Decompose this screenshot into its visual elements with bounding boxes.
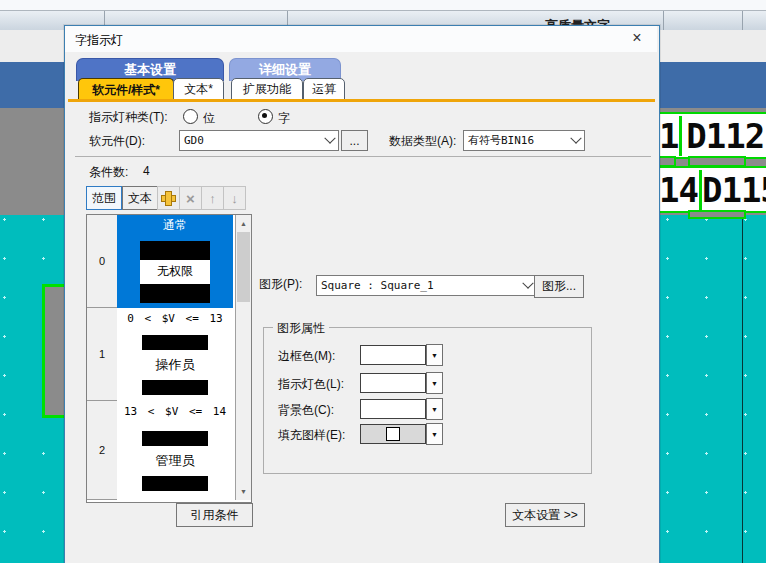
scroll-down-icon[interactable]: ▼ [236,483,251,499]
arrow-down-icon: ↓ [231,191,238,206]
delete-icon: × [186,190,195,207]
radio-word-circle[interactable] [258,109,273,124]
scrollbar-thumb[interactable] [237,232,250,302]
condition-row-1[interactable]: 0 < $V <= 13 操作员 [117,308,233,401]
add-icon [161,191,176,206]
graphic-attributes-title: 图形属性 [273,320,329,337]
lamp-preview-text: 无权限 [140,260,210,284]
condition-header[interactable]: 通常 [117,215,233,235]
lamp-preview-square: 无权限 [140,241,210,303]
background-color-label: 背景色(C): [278,402,334,419]
display2-left-digits: 14 [658,170,702,210]
radio-bit-label: 位 [203,111,215,125]
frame-color-swatch[interactable] [360,345,426,365]
dialog-titlebar[interactable]: 字指示灯 × [65,26,657,52]
text-toggle-button[interactable]: 文本 [122,186,158,210]
shape-combobox[interactable]: Square : Square_1 [316,275,537,296]
background-color-dropdown[interactable]: ▼ [426,398,443,420]
lamp-color-dropdown[interactable]: ▼ [426,372,443,394]
selection-handle [688,210,746,219]
canvas-edge-line [742,215,743,563]
condition-header[interactable]: 13 < $V <= 14 [117,401,233,421]
tab-accent-line [68,99,655,102]
lamp-preview-bar [142,335,208,350]
chevron-down-icon [570,132,581,143]
tab-extended-function[interactable]: 扩展功能 [231,78,303,101]
lamp-preview-text: 管理员 [156,452,195,470]
top-toolbar-strip [0,0,766,11]
radio-word[interactable]: 字 [258,109,290,127]
tab-device-style[interactable]: 软元件/样式* [78,78,174,101]
lamp-color-label: 指示灯色(L): [278,376,344,393]
radio-word-label: 字 [278,111,290,125]
condition-row-0[interactable]: 通常 无权限 [117,215,233,308]
device-label: 软元件(D): [89,133,145,150]
lamp-preview-text: 操作员 [156,356,195,374]
condition-index[interactable]: 1 [87,308,118,401]
condition-list: 0 1 2 通常 无权限 0 < $V <= 13 操作员 [86,214,252,503]
list-scrollbar[interactable]: ▲ ▼ [235,215,251,500]
fill-pattern-dropdown[interactable]: ▼ [426,423,443,445]
condition-preview[interactable]: 无权限 [117,235,233,308]
radio-bit-circle[interactable] [183,109,198,124]
dropdown-icon: ▼ [431,431,438,438]
condition-row-2[interactable]: 13 < $V <= 14 管理员 [117,401,233,500]
close-icon[interactable]: × [627,29,647,47]
display1-left-digits: 1 [658,116,682,156]
display1-label: D112 [682,116,766,156]
separator [75,156,651,157]
numeric-display-d115[interactable]: 14 D115 [656,166,766,213]
lamp-preview-bar [142,431,208,446]
dropdown-icon: ▼ [431,380,438,387]
tab-text[interactable]: 文本* [173,78,224,101]
datatype-value: 有符号BIN16 [468,133,534,148]
frame-color-dropdown[interactable]: ▼ [426,344,443,366]
arrow-up-icon: ↑ [209,191,216,206]
display2-label: D115 [702,170,766,210]
datatype-label: 数据类型(A): [389,133,456,150]
header-divider [742,11,743,30]
range-toggle-button[interactable]: 范围 [86,186,122,210]
dropdown-icon: ▼ [431,352,438,359]
chevron-down-icon [324,132,335,143]
shape-browse-button[interactable]: 图形... [534,275,584,298]
fill-pattern-swatch[interactable] [360,424,426,444]
shape-value: Square : Square_1 [321,279,434,292]
graphic-attributes-group: 边框色(M): ▼ 指示灯色(L): ▼ 背景色(C): ▼ 填充图样(E): … [263,327,592,474]
chevron-down-icon [522,277,533,288]
header-divider [663,11,664,30]
condition-count-label: 条件数: [89,164,128,181]
move-down-button[interactable]: ↓ [223,186,246,210]
lamp-preview-bar [142,476,208,491]
shape-label: 图形(P): [259,276,302,293]
condition-index[interactable]: 2 [87,401,118,500]
lamp-color-swatch[interactable] [360,373,426,393]
delete-condition-button[interactable]: × [179,186,202,210]
screen: 高质量文字 1 D112 14 D115 字指示灯 × 基本设置 详细设置 软元… [0,0,766,563]
add-condition-button[interactable] [157,186,180,210]
condition-header[interactable]: 0 < $V <= 13 [117,308,233,328]
frame-color-label: 边框色(M): [278,348,335,365]
radio-bit[interactable]: 位 [183,109,215,127]
background-color-swatch[interactable] [360,399,426,419]
reference-condition-button[interactable]: 引用条件 [176,503,253,527]
numeric-display-d112[interactable]: 1 D112 [656,112,766,159]
device-browse-button[interactable]: ... [341,130,368,151]
lamp-type-label: 指示灯种类(T): [89,109,168,126]
tab-operation[interactable]: 运算 [303,78,345,101]
condition-preview[interactable]: 操作员 [117,328,233,401]
datatype-combobox[interactable]: 有符号BIN16 [463,130,585,151]
pattern-preview-icon [386,427,400,441]
device-combobox[interactable]: GD0 [179,130,339,151]
dialog-title: 字指示灯 [75,32,123,49]
word-lamp-dialog: 字指示灯 × 基本设置 详细设置 软元件/样式* 文本* 扩展功能 运算 指示灯… [64,25,660,563]
condition-count-value: 4 [143,164,150,178]
text-settings-button[interactable]: 文本设置 >> [505,503,585,527]
move-up-button[interactable]: ↑ [201,186,224,210]
fill-pattern-label: 填充图样(E): [278,427,345,444]
device-value: GD0 [184,134,204,147]
condition-index[interactable]: 0 [87,215,118,308]
lamp-preview-bar [142,380,208,395]
scroll-up-icon[interactable]: ▲ [236,215,251,231]
condition-preview[interactable]: 管理员 [117,421,233,500]
